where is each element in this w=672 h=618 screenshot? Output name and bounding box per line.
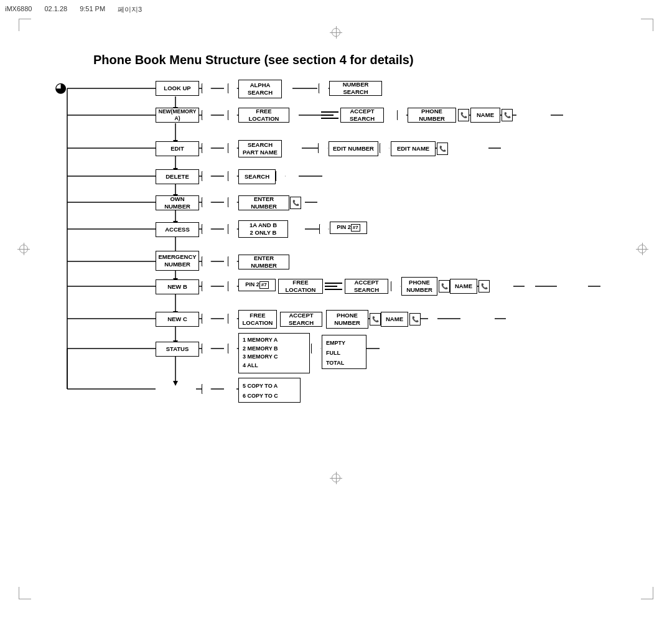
node-alpha-search: ALPHASEARCH (238, 80, 282, 98)
accept-icon-2 (325, 281, 342, 292)
svg-marker-85 (173, 381, 178, 386)
corner-mark-tr (641, 19, 653, 31)
accept-icon-1 (321, 110, 338, 121)
node-new-memory-a: NEW(MEMORY A) (156, 108, 199, 123)
node-delete: DELETE (156, 169, 199, 184)
diagram-lines (31, 75, 641, 436)
page-text: 페이지3 (118, 5, 142, 14)
corner-mark-tl (19, 19, 31, 31)
node-status-options: 1 MEMORY A 2 MEMORY B 3 MEMORY C 4 ALL (238, 333, 310, 373)
page-title: Phone Book Menu Structure (see section 4… (93, 53, 414, 67)
node-phone-number-2: PHONENUMBER (401, 277, 437, 296)
phone-icon-5b: 📞 (409, 313, 421, 325)
node-name-2: NAME (450, 279, 477, 294)
node-new-c: NEW C (156, 312, 199, 327)
node-1a-and-b: 1A AND B2 ONLY B (238, 220, 288, 238)
page-header: iMX6880 02.1.28 9:51 PM 페이지3 (5, 5, 142, 14)
node-search-part-name: SEARCHPART NAME (238, 140, 282, 157)
node-accept-search-2: ACCEPTSEARCH (345, 279, 388, 294)
phone-icon-5: 📞 (370, 313, 381, 325)
node-edit: EDIT (156, 141, 199, 156)
node-accept-search-3: ACCEPTSEARCH (280, 312, 322, 327)
crosshair-top (330, 26, 342, 39)
node-enter-number-emg: ENTER NUMBER (238, 255, 289, 269)
node-number-search: NUMBER SEARCH (329, 81, 382, 96)
phone-icon-4: 📞 (439, 280, 450, 293)
node-own-number: OWN NUMBER (156, 195, 199, 210)
node-look-up: LOOK UP (156, 81, 199, 96)
phone-icon-4b: 📞 (478, 280, 490, 293)
node-free-location-1: FREE LOCATION (238, 108, 289, 123)
node-edit-name: EDIT NAME (391, 141, 436, 156)
phone-icon-2: 📞 (437, 143, 448, 155)
diagram-container: ◕ LOOK UP ALPHASEARCH NUMBER SEARCH NEW(… (31, 75, 641, 436)
phone-icon-3: 📞 (290, 197, 301, 209)
node-pin-2-1: PIN 2 #7 (330, 222, 367, 234)
node-enter-number-own: ENTER NUMBER (238, 195, 289, 210)
crosshair-left (17, 243, 30, 255)
node-new-b: NEW B (156, 279, 199, 294)
node-edit-number: EDIT NUMBER (329, 141, 378, 156)
node-name-3: NAME (381, 312, 408, 327)
node-access: ACCESS (156, 222, 199, 237)
node-status: STATUS (156, 342, 199, 357)
node-copy-options: 5 COPY TO A 6 COPY TO C (238, 378, 301, 403)
node-pin-2-2: PIN 2 #7 (238, 279, 276, 291)
node-phone-number-3: PHONENUMBER (326, 310, 368, 329)
crosshair-bottom (330, 472, 342, 484)
node-name-1: NAME (470, 108, 500, 123)
phone-icon-1b: 📞 (502, 109, 513, 121)
node-free-location-3: FREELOCATION (238, 310, 277, 329)
model-label: iMX6880 (5, 5, 32, 14)
time-label: 9:51 PM (80, 5, 105, 14)
corner-mark-br (641, 587, 653, 599)
node-accept-search-1: ACCEPTSEARCH (340, 108, 384, 123)
node-empty-full-total: EMPTY FULL TOTAL (322, 335, 366, 369)
phone-icon-1: 📞 (458, 109, 469, 121)
corner-mark-bl (19, 587, 31, 599)
node-phone-number-1: PHONE NUMBER (408, 108, 456, 123)
node-emergency-number: EMERGENCYNUMBER (156, 251, 199, 271)
main-entry-icon: ◕ (55, 80, 67, 96)
node-search-del: SEARCH (238, 169, 276, 184)
date-label: 02.1.28 (44, 5, 67, 14)
node-free-location-2: FREE LOCATION (278, 279, 323, 294)
